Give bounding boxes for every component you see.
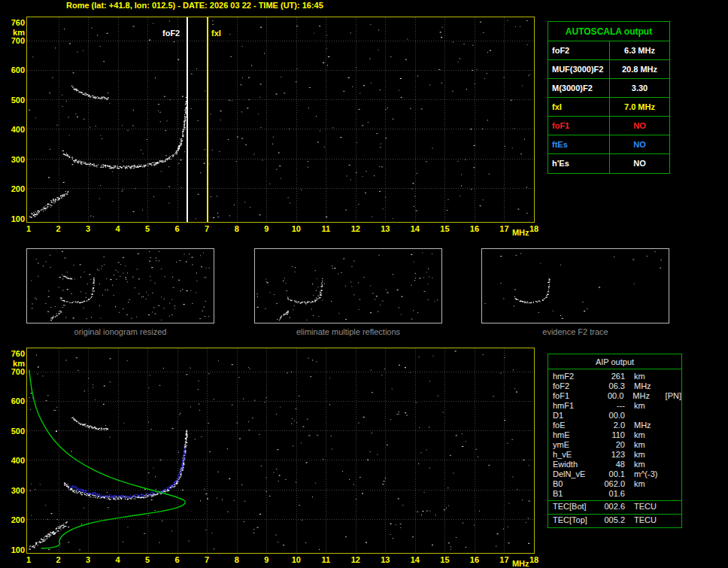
aip-param-value: 261 (599, 372, 625, 381)
autoscala-param-label: foF1 (548, 117, 610, 135)
aip-param-value: --- (599, 401, 625, 411)
autoscala-param-value: 3.30 (610, 79, 669, 97)
x-axis-tick-bottom: 2 (56, 556, 60, 564)
aip-row-hmf2: hmF2261km (548, 372, 681, 381)
autoscala-param-label: fxI (548, 98, 610, 116)
autoscala-param-value: NO (610, 135, 669, 153)
autoscala-rows: foF26.3 MHzMUF(3000)F220.8 MHzM(3000)F23… (548, 41, 669, 173)
y-axis-tick-top: 700 (5, 36, 25, 45)
autoscala-param-label: MUF(3000)F2 (548, 60, 610, 78)
autoscala-panel-title: AUTOSCALA output (548, 22, 669, 41)
aip-row-b1: B101.6 (548, 489, 681, 499)
aip-param-label: foF2 (553, 381, 599, 391)
y-axis-tick-top: 100 (5, 214, 25, 223)
aip-param-unit: km (634, 460, 666, 469)
aip-param-value: 110 (599, 430, 625, 440)
autoscala-param-value: 20.8 MHz (610, 60, 669, 78)
x-axis-tick-top: 12 (351, 225, 360, 233)
x-axis-tick-top: 6 (175, 225, 180, 233)
aip-row-b0: B0062.0km (548, 479, 681, 489)
x-axis-tick-bottom: 10 (292, 556, 301, 564)
ionogram-plot-bottom (26, 348, 535, 554)
autoscala-param-value: 7.0 MHz (610, 98, 669, 116)
aip-param-label: hmE (553, 430, 599, 440)
ionogram-plot-top: foF2 fxI (26, 17, 535, 223)
aip-panel-title: AIP output (548, 354, 681, 369)
aip-param-unit: km (634, 450, 666, 460)
x-axis-tick-top: 4 (116, 225, 120, 233)
aip-row-hve: h_vE123km (548, 450, 681, 460)
aip-param-label: h_vE (553, 450, 599, 460)
aip-param-unit: km (634, 479, 666, 489)
aip-param-value: 002.6 (599, 502, 625, 512)
thumbnail-caption-f2trace: evidence F2 trace (481, 327, 669, 336)
aip-row-hmf1: hmF1---km (548, 401, 681, 411)
station-date-header: Rome (lat: +41.8, lon: 012.5) - DATE: 20… (66, 1, 323, 10)
aip-row-foe: foE2.0MHz (548, 421, 681, 430)
y-axis-tick-bottom: 400 (5, 456, 25, 465)
aip-param-unit: km (634, 372, 666, 381)
aip-param-unit: MHz (632, 391, 663, 401)
aip-param-label: B1 (553, 489, 599, 499)
aip-row-fof2: foF206.3MHz (548, 381, 681, 391)
x-axis-tick-top: 3 (86, 225, 90, 233)
aip-param-unit: MHz (634, 381, 666, 391)
autoscala-row-muf3000f2: MUF(3000)F220.8 MHz (548, 60, 669, 79)
x-axis-tick-bottom: 4 (116, 556, 120, 564)
aip-row-delnve: DelN_vE00.1m^(-3) (548, 469, 681, 479)
autoscala-param-label: h'Es (548, 154, 610, 173)
x-axis-tick-top: 9 (264, 225, 268, 233)
aip-param-unit: km (634, 401, 666, 411)
ionogram-canvas-top (27, 17, 534, 222)
x-axis-tick-bottom: 14 (411, 556, 420, 564)
aip-param-value: 00.1 (599, 469, 625, 479)
x-axis-tick-top: 14 (411, 225, 420, 233)
aip-param-unit (634, 411, 666, 421)
x-axis-tick-top: 8 (235, 225, 239, 233)
y-axis-tick-top: 500 (5, 96, 25, 105)
y-axis-tick-bottom: 500 (5, 427, 25, 436)
fxi-marker-label: fxI (210, 29, 223, 38)
x-axis-tick-top: 2 (56, 225, 60, 233)
aip-row-hme: hmE110km (548, 430, 681, 440)
x-axis-unit-bottom: MHz (512, 560, 529, 568)
x-axis-tick-top: 17 (499, 225, 508, 233)
aip-param-value: 00.0 (599, 391, 623, 401)
x-axis-tick-top: 11 (321, 225, 330, 233)
thumbnail-f2-trace-evidence (481, 248, 669, 323)
aip-row-yme: ymE20km (548, 440, 681, 450)
aip-row-fof1: foF100.0MHz[PN] (548, 391, 681, 401)
aip-param-value: 005.2 (599, 515, 625, 526)
aip-param-label: D1 (553, 411, 599, 421)
y-axis-unit-bottom: km (5, 359, 25, 368)
aip-param-value: 48 (599, 460, 625, 469)
aip-output-panel: AIP output hmF2261kmfoF206.3MHzfoF100.0M… (548, 354, 682, 528)
aip-param-value: 20 (599, 440, 625, 450)
x-axis-tick-bottom: 8 (235, 556, 239, 564)
x-axis-tick-bottom: 18 (529, 556, 538, 564)
y-axis-tick-top: 600 (5, 65, 25, 74)
aip-param-label: B0 (553, 479, 599, 489)
aip-param-unit: TECU (634, 515, 666, 526)
x-axis-tick-top: 7 (205, 225, 209, 233)
aip-row-d1: D100.0 (548, 411, 681, 421)
autoscala-row-fof2: foF26.3 MHz (548, 41, 669, 60)
aip-rows: hmF2261kmfoF206.3MHzfoF100.0MHz[PN]hmF1-… (548, 369, 681, 527)
fof2-marker-label: foF2 (161, 29, 181, 38)
y-axis-tick-bottom: 200 (5, 515, 25, 524)
x-axis-tick-top: 13 (381, 225, 390, 233)
aip-param-label: TEC[Top] (553, 515, 599, 526)
thumbnail-original-ionogram (26, 248, 214, 323)
y-axis-tick-top: 300 (5, 155, 25, 164)
x-axis-tick-top: 16 (470, 225, 479, 233)
aip-param-flag: [PN] (666, 391, 681, 401)
aip-param-label: TEC[Bot] (553, 502, 599, 512)
thumbnail-canvas-f2trace (482, 249, 669, 323)
x-axis-tick-bottom: 9 (264, 556, 268, 564)
autoscala-row-fxi: fxI7.0 MHz (548, 98, 669, 117)
aip-param-label: foF1 (553, 391, 599, 401)
aip-param-label: DelN_vE (553, 469, 599, 479)
aip-param-value: 00.0 (599, 411, 625, 421)
autoscala-row-fof1: foF1NO (548, 117, 669, 135)
aip-param-unit: MHz (634, 421, 666, 430)
